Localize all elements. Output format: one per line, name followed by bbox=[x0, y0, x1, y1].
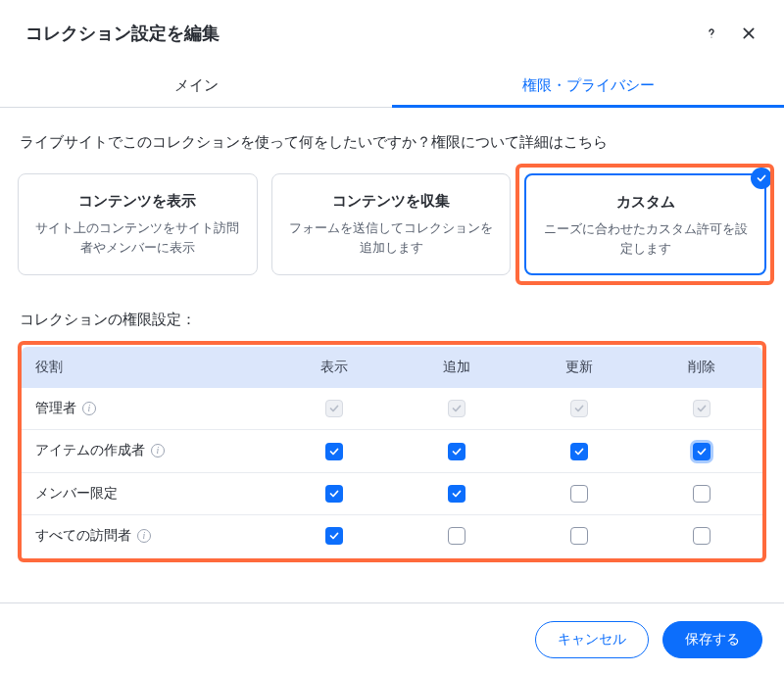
card-desc: ニーズに合わせたカスタム許可を設定します bbox=[540, 219, 751, 258]
tab-permissions-privacy[interactable]: 権限・プライバシー bbox=[392, 63, 784, 107]
perm-cell bbox=[640, 388, 762, 430]
perm-checkbox[interactable] bbox=[325, 527, 343, 545]
info-icon[interactable]: i bbox=[151, 444, 165, 457]
save-button[interactable]: 保存する bbox=[662, 621, 762, 658]
permission-card-1[interactable]: コンテンツを収集フォームを送信してコレクションを追加します bbox=[271, 173, 512, 275]
role-cell: アイテムの作成者i bbox=[22, 430, 273, 472]
perm-cell bbox=[396, 514, 518, 556]
perm-checkbox[interactable] bbox=[693, 485, 710, 503]
perm-cell bbox=[518, 514, 641, 556]
card-title: コンテンツを表示 bbox=[32, 192, 243, 211]
perm-checkbox[interactable] bbox=[325, 485, 343, 503]
card-title: コンテンツを収集 bbox=[286, 192, 497, 211]
permission-card-2[interactable]: カスタムニーズに合わせたカスタム許可を設定します bbox=[524, 173, 766, 275]
perm-cell bbox=[640, 430, 762, 472]
permissions-learn-more-link[interactable]: 権限について詳細はこちら bbox=[431, 133, 608, 150]
perm-checkbox[interactable] bbox=[693, 443, 710, 460]
card-desc: フォームを送信してコレクションを追加します bbox=[286, 218, 497, 257]
role-label: アイテムの作成者 bbox=[35, 442, 145, 459]
perm-cell bbox=[518, 388, 641, 430]
perm-cell bbox=[396, 472, 518, 514]
col-delete: 削除 bbox=[640, 347, 762, 388]
role-cell: メンバー限定 bbox=[22, 472, 273, 514]
role-label: すべての訪問者 bbox=[35, 527, 131, 545]
col-update: 更新 bbox=[518, 347, 641, 388]
perm-cell bbox=[518, 430, 641, 472]
dialog-footer: キャンセル 保存する bbox=[0, 602, 784, 674]
table-row: メンバー限定 bbox=[22, 472, 762, 514]
card-desc: サイト上のコンテンツをサイト訪問者やメンバーに表示 bbox=[32, 218, 243, 257]
cancel-button[interactable]: キャンセル bbox=[535, 621, 649, 658]
prompt-text: ライブサイトでこのコレクションを使って何をしたいですか？ bbox=[20, 133, 431, 150]
perm-cell bbox=[640, 472, 762, 514]
permissions-table: 役割 表示 追加 更新 削除 管理者iアイテムの作成者iメンバー限定すべての訪問… bbox=[22, 347, 762, 556]
dialog-title: コレクション設定を編集 bbox=[25, 22, 220, 45]
perm-checkbox bbox=[325, 400, 343, 417]
tab-main[interactable]: メイン bbox=[0, 63, 392, 107]
perm-cell bbox=[640, 514, 762, 556]
svg-point-0 bbox=[710, 36, 711, 37]
permissions-table-wrap: 役割 表示 追加 更新 削除 管理者iアイテムの作成者iメンバー限定すべての訪問… bbox=[18, 341, 766, 562]
permissions-prompt: ライブサイトでこのコレクションを使って何をしたいですか？権限について詳細はこちら bbox=[18, 133, 766, 168]
permission-card-0[interactable]: コンテンツを表示サイト上のコンテンツをサイト訪問者やメンバーに表示 bbox=[18, 173, 258, 275]
perm-cell bbox=[273, 430, 396, 472]
role-cell: すべての訪問者i bbox=[22, 514, 273, 556]
perm-checkbox[interactable] bbox=[448, 443, 466, 460]
col-add: 追加 bbox=[396, 347, 518, 388]
perm-cell bbox=[518, 472, 641, 514]
perm-checkbox[interactable] bbox=[570, 443, 588, 460]
perm-cell bbox=[396, 388, 518, 430]
col-role: 役割 bbox=[22, 347, 273, 388]
tabs: メイン 権限・プライバシー bbox=[0, 63, 784, 108]
permissions-section-title: コレクションの権限設定： bbox=[18, 281, 766, 341]
role-cell: 管理者i bbox=[22, 388, 273, 430]
close-icon[interactable] bbox=[739, 24, 759, 43]
perm-checkbox bbox=[448, 400, 466, 417]
table-row: 管理者i bbox=[22, 388, 762, 430]
perm-checkbox[interactable] bbox=[448, 527, 466, 545]
perm-cell bbox=[396, 430, 518, 472]
perm-checkbox[interactable] bbox=[693, 527, 710, 545]
perm-checkbox bbox=[693, 400, 710, 417]
header-icons bbox=[702, 24, 759, 43]
perm-checkbox[interactable] bbox=[570, 527, 588, 545]
card-title: カスタム bbox=[540, 193, 751, 212]
perm-checkbox[interactable] bbox=[448, 485, 466, 503]
content: ライブサイトでこのコレクションを使って何をしたいですか？権限について詳細はこちら… bbox=[0, 108, 784, 562]
role-label: 管理者 bbox=[35, 400, 76, 417]
perm-cell bbox=[273, 514, 396, 556]
info-icon[interactable]: i bbox=[137, 529, 151, 543]
info-icon[interactable]: i bbox=[82, 402, 96, 415]
perm-cell bbox=[273, 388, 396, 430]
selected-check-icon bbox=[751, 168, 772, 189]
role-label: メンバー限定 bbox=[35, 485, 118, 503]
perm-checkbox[interactable] bbox=[570, 485, 588, 503]
col-view: 表示 bbox=[273, 347, 396, 388]
perm-checkbox[interactable] bbox=[325, 443, 343, 460]
help-icon[interactable] bbox=[702, 24, 721, 43]
perm-checkbox bbox=[570, 400, 588, 417]
permission-cards: コンテンツを表示サイト上のコンテンツをサイト訪問者やメンバーに表示コンテンツを収… bbox=[18, 168, 766, 281]
table-row: すべての訪問者i bbox=[22, 514, 762, 556]
dialog-header: コレクション設定を編集 bbox=[0, 0, 784, 55]
table-row: アイテムの作成者i bbox=[22, 430, 762, 472]
perm-cell bbox=[273, 472, 396, 514]
